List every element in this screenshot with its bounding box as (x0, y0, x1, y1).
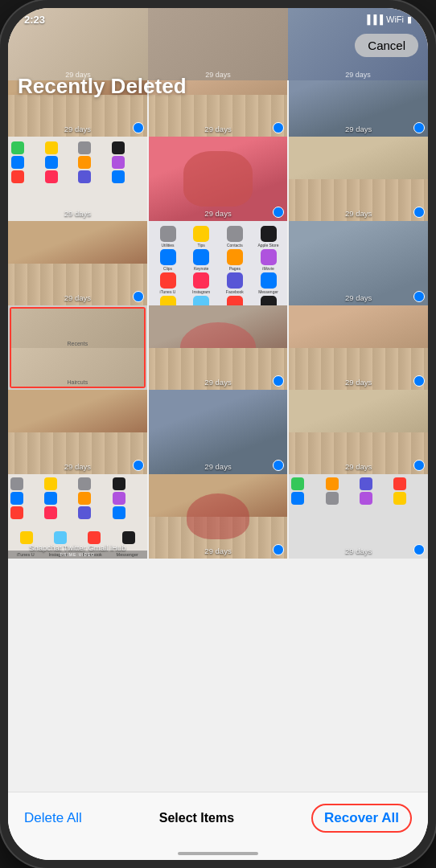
photo-cell-app2[interactable]: 29 days (289, 474, 428, 559)
ios-screen: 2:23 ▐▐▐ WiFi ▮ 29 days 29 days (8, 8, 428, 860)
photo-cell-app-switcher[interactable]: Utilities Tips Contacts (149, 221, 288, 305)
day-label: 29 days (149, 462, 288, 471)
photo-cell[interactable]: 29 days (289, 305, 428, 390)
photo-cell[interactable]: 29 days (289, 221, 428, 305)
select-items-label: Select Items (159, 811, 234, 825)
photo-cell[interactable]: 29 days (149, 390, 288, 474)
home-indicator[interactable] (178, 852, 258, 855)
day-label: 29 days (149, 209, 288, 218)
day-label: 29 days (8, 209, 147, 218)
day-label: 29 days (8, 125, 147, 133)
day-label: 29 days (289, 293, 428, 302)
photo-cell[interactable]: iTunes U Instagram Facebook Messenger Sn… (8, 474, 147, 559)
grid-spacer (8, 559, 428, 567)
photo-cell[interactable]: 29 days (149, 305, 288, 390)
photo-grid[interactable]: 29 days 29 days 29 days (8, 52, 428, 800)
day-label: 29 days (149, 125, 288, 133)
app-switcher-overlay: Utilities Tips Contacts (149, 221, 288, 305)
photo-cell[interactable]: 29 days (8, 390, 147, 474)
cancel-button[interactable]: Cancel (355, 34, 418, 57)
folder-container: Recents Haircuts (10, 307, 146, 388)
photo-row-4: Recents Haircuts (8, 305, 428, 390)
status-icons: ▐▐▐ WiFi ▮ (364, 14, 412, 25)
recents-folder-label: Recents (67, 341, 88, 346)
status-time: 2:23 (24, 14, 45, 26)
photo-row-2: 29 days 29 days 29 days (8, 137, 428, 221)
day-label: 29 days (149, 547, 288, 555)
day-label: 29 days (8, 293, 147, 302)
photo-cell[interactable]: 29 days (289, 137, 428, 221)
page-title: Recently Deleted (8, 74, 428, 99)
photo-cell[interactable]: 29 days (289, 390, 428, 474)
photo-cell[interactable]: 29 days (149, 474, 288, 559)
day-label: 29 days (289, 209, 428, 218)
battery-icon: ▮ (407, 14, 412, 25)
photo-row-3: 29 days Utilities (8, 221, 428, 305)
signal-icon: ▐▐▐ (364, 14, 383, 24)
phone-screen: 2:23 ▐▐▐ WiFi ▮ 29 days 29 days (8, 8, 428, 860)
day-label: 29 days (289, 378, 428, 387)
photo-cell[interactable]: 29 days (8, 137, 147, 221)
day-label: 29 days (149, 378, 288, 387)
status-bar: 2:23 ▐▐▐ WiFi ▮ (8, 8, 428, 31)
photo-cell[interactable]: 29 days (149, 137, 288, 221)
day-label: 29 days (289, 462, 428, 471)
photo-row-6: iTunes U Instagram Facebook Messenger Sn… (8, 474, 428, 559)
day-label: 29 days (289, 125, 428, 133)
bottom-toolbar: Delete All Select Items Recover All (8, 792, 428, 860)
photo-cell[interactable]: 29 days (8, 221, 147, 305)
photo-row-5: 29 days 29 days 29 days (8, 390, 428, 474)
day-label: 29 days (8, 462, 147, 471)
delete-all-button[interactable]: Delete All (24, 810, 82, 826)
day-label: 29 days (289, 547, 428, 555)
phone-frame: 2:23 ▐▐▐ WiFi ▮ 29 days 29 days (0, 0, 436, 868)
recover-all-button[interactable]: Recover All (311, 804, 412, 833)
photo-cell-folders[interactable]: Recents Haircuts (8, 305, 147, 390)
haircuts-folder-label: Haircuts (67, 379, 88, 385)
wifi-icon: WiFi (386, 14, 404, 24)
